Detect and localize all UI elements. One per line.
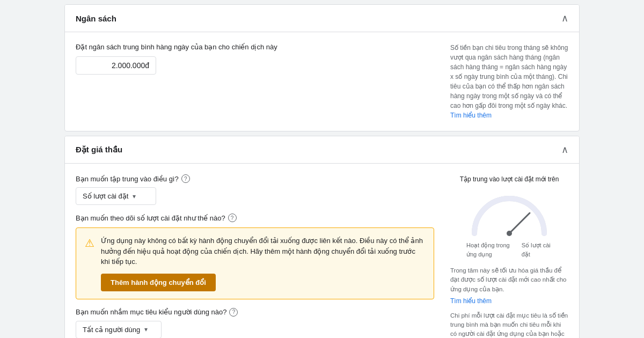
focus-help-icon[interactable]: ? (181, 174, 190, 183)
svg-point-1 (507, 231, 512, 236)
budget-body: Đặt ngân sách trung bình hàng ngày của b… (65, 32, 579, 131)
warning-content: Ứng dụng này không có bất kỳ hành động c… (101, 236, 425, 291)
gauge-title: Tập trung vào lượt cài đặt mới trên (460, 174, 559, 184)
budget-section: Ngân sách ∧ Đặt ngân sách trung bình hàn… (64, 4, 580, 131)
budget-collapse-icon[interactable]: ∧ (561, 12, 568, 24)
bidding-collapse-icon[interactable]: ∧ (561, 144, 568, 156)
budget-header: Ngân sách ∧ (65, 5, 579, 32)
target-dropdown-arrow-icon: ▾ (144, 326, 148, 333)
budget-left: Đặt ngân sách trung bình hàng ngày của b… (76, 43, 434, 120)
gauge-svg (466, 190, 552, 239)
budget-title: Ngân sách (76, 14, 116, 23)
gauge-labels: Hoạt động trong ứng dụng Số lượt cài đặt (466, 241, 552, 259)
budget-right-info: Số tiền bạn chi tiêu trong tháng sẽ khôn… (450, 43, 568, 120)
warning-triangle-icon: ⚠ (85, 237, 94, 249)
bidding-section: Đặt giá thầu ∧ Bạn muốn tập trung vào đi… (64, 136, 580, 338)
target-dropdown-value: Tất cả người dùng (83, 326, 140, 334)
focus-dropdown[interactable]: Số lượt cài đặt ▾ (76, 187, 156, 205)
bidding-left: Bạn muốn tập trung vào điều gì? ? Số lượ… (76, 174, 434, 338)
bidding-header: Đặt giá thầu ∧ (65, 136, 579, 164)
budget-learn-more-link[interactable]: Tìm hiểu thêm (450, 112, 492, 119)
svg-line-0 (509, 213, 530, 233)
gauge-right-label: Số lượt cài đặt (522, 241, 552, 259)
right-info-text-2: Chi phí mỗi lượt cài đặt mục tiêu là số … (450, 311, 568, 338)
warning-message: Ứng dụng này không có bất kỳ hành động c… (101, 236, 425, 267)
gauge-container: Tập trung vào lượt cài đặt mới trên (450, 174, 568, 259)
budget-info-text: Số tiền bạn chi tiêu trong tháng sẽ khôn… (450, 43, 568, 111)
gauge-left-label: Hoạt động trong ứng dụng (466, 241, 522, 259)
right-learn-more-link-1[interactable]: Tìm hiểu thêm (450, 296, 568, 306)
target-field-label: Bạn muốn nhắm mục tiêu kiểu người dùng n… (76, 308, 434, 317)
right-info-text-1: Trong tâm này sẽ tối ưu hóa giá thầu để … (450, 266, 568, 306)
add-conversion-action-button[interactable]: Thêm hành động chuyển đổi (101, 274, 216, 291)
target-help-icon[interactable]: ? (229, 308, 238, 317)
bidding-right-panel: Tập trung vào lượt cài đặt mới trên (450, 174, 568, 338)
focus-dropdown-value: Số lượt cài đặt (83, 192, 128, 200)
target-dropdown[interactable]: Tất cả người dùng ▾ (76, 321, 162, 339)
budget-field-label: Đặt ngân sách trung bình hàng ngày của b… (76, 43, 434, 51)
focus-field-label: Bạn muốn tập trung vào điều gì? ? (76, 174, 434, 183)
budget-input[interactable] (76, 56, 156, 75)
warning-box: ⚠ Ứng dụng này không có bất kỳ hành động… (76, 227, 434, 299)
bidding-title: Đặt giá thầu (76, 145, 122, 155)
gauge-svg-wrapper (466, 190, 552, 239)
track-field-label: Bạn muốn theo dõi số lượt cài đặt như th… (76, 214, 434, 222)
bidding-body: Bạn muốn tập trung vào điều gì? ? Số lượ… (65, 164, 579, 338)
track-help-icon[interactable]: ? (228, 214, 237, 222)
focus-dropdown-arrow-icon: ▾ (133, 193, 136, 200)
